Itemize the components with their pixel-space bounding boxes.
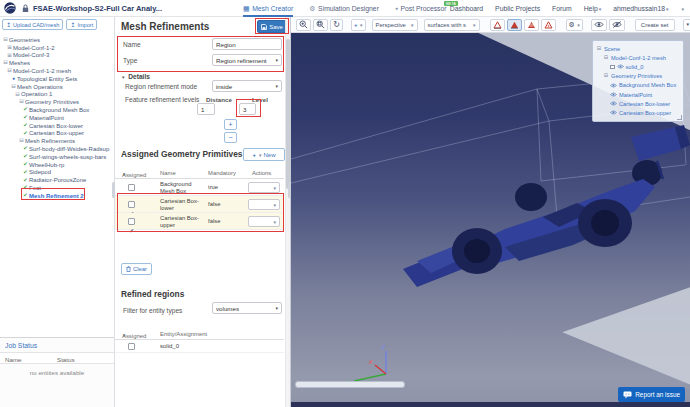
tree-item[interactable]: ⊟ ⊞ ● ✔ Cartesian Box-upper [0, 130, 114, 138]
collapse-icon[interactable]: ⊟ [596, 46, 602, 51]
tree-item[interactable]: ⊟ ⊞ ● ✔ Cartesian Box-lower [0, 122, 114, 130]
tree-item[interactable]: ⊟ ⊞ ● ✔ WheelHub-rp [0, 161, 114, 169]
mode-tab[interactable]: ▦ ⚙ ● Mesh Creator [243, 0, 293, 17]
region-mode-select[interactable]: inside▾ [212, 80, 282, 92]
collapse-icon[interactable]: ⊟ [10, 84, 17, 90]
new-primitive-button[interactable]: + ▾ New [243, 148, 285, 161]
reset-view-button[interactable]: ↻ [330, 19, 343, 31]
eye-icon[interactable] [610, 92, 617, 97]
save-button[interactable]: Save [257, 20, 287, 33]
tree-item[interactable]: ⊟ ⊞ ● ✔ Mesh Operations [0, 83, 114, 91]
user-menu[interactable]: ahmedhussain18▾ [613, 5, 668, 12]
tree-item[interactable]: ⊟ ⊞ ● ✔ Surf-body-diff-Wsides-Radsup [0, 145, 114, 153]
scene-tree-item[interactable]: ⊟ Cartesian Box-upper [595, 108, 681, 117]
expand-icon[interactable]: ⊞ [6, 53, 13, 59]
nav-forum[interactable]: Forum [552, 5, 572, 12]
scene-tree-item[interactable]: ⊟ Cartesian Box-lower [595, 99, 681, 108]
clear-button[interactable]: Clear [121, 263, 152, 275]
tree-item[interactable]: ⊟ ⊞ ● ✔ Background Mesh Box [0, 106, 114, 114]
actions-select[interactable]: ▾ [248, 182, 280, 193]
panel-resize-handle[interactable] [112, 182, 115, 198]
create-set-button[interactable]: Create set [635, 19, 675, 31]
zoom-box-button[interactable] [313, 19, 328, 31]
col-mandatory[interactable]: Mandatory [208, 170, 236, 176]
tree-item[interactable]: ⊟ ⊞ ● ✔ Geometry Primitives [0, 98, 114, 106]
select-checkbox[interactable] [610, 65, 615, 70]
collapse-icon[interactable]: ⊟ [18, 99, 25, 105]
tree-item[interactable]: ⊟ ⊞ ● ✔ MaterialPoint [0, 114, 114, 122]
import-button[interactable]: ↥ Import [66, 19, 97, 30]
overlay-resize-handle[interactable] [677, 115, 682, 120]
assigned-checkbox[interactable]: ✔ [128, 201, 135, 208]
panel-resize-handle[interactable] [288, 182, 291, 198]
tree-item[interactable]: ⊟ ⊞ ● ✔ Surf-wings-wheels-susp-bars [0, 153, 114, 161]
tree-item[interactable]: ⊟ ⊞ ● ✔ Meshes [0, 59, 114, 67]
nav-help[interactable]: Help▾ [584, 5, 602, 12]
job-status-title[interactable]: Job Status [5, 342, 37, 349]
tree-item[interactable]: ⊟ ⊞ ● ✔ Operation 1 [0, 91, 114, 99]
scene-item-label[interactable]: solid_0 [626, 64, 644, 70]
collapse-icon[interactable]: ⊟ [14, 92, 21, 98]
eye-icon[interactable] [617, 64, 624, 69]
scene-item-label[interactable]: Cartesian Box-upper [619, 110, 671, 116]
show-entities-button[interactable] [591, 19, 607, 31]
projection-select[interactable]: Perspective▾ [372, 19, 418, 31]
assigned-checkbox[interactable]: ✔ [128, 343, 135, 350]
add-level-row-button[interactable]: + [224, 119, 237, 130]
tree-item[interactable]: ⊟ ⊞ ● ✔ Model-Conf-3 [0, 52, 114, 60]
tree-item[interactable]: ⊟ ⊞ ● ✔ Geometries [0, 36, 114, 44]
type-select[interactable]: Region refinement▾ [212, 54, 282, 66]
settings-dropdown[interactable]: ⚙ ▾ [566, 19, 583, 31]
tree-item[interactable]: ⊟ ⊞ ● ✔ Model-Conf-1-2 [0, 44, 114, 52]
horizontal-scrollbar[interactable] [295, 381, 405, 388]
mode-tab[interactable]: ▦ ⚙ ● Post Processor BETA [395, 0, 447, 17]
collapse-icon[interactable]: ⊟ [18, 138, 25, 144]
scrollbar-thumb[interactable] [286, 39, 290, 189]
collapse-icon[interactable]: ⊟ [603, 55, 609, 60]
scene-tree-item[interactable]: ⊟ solid_0 [595, 62, 681, 71]
scene-tree-item[interactable]: ⊟ Background Mesh Box [595, 81, 681, 90]
collapse-icon[interactable]: ⊟ [603, 73, 609, 78]
expand-icon[interactable]: ⊞ [6, 45, 13, 51]
scene-item-label[interactable]: Background Mesh Box [619, 82, 676, 88]
eye-icon[interactable] [610, 83, 617, 88]
hide-entities-button[interactable] [609, 19, 625, 31]
simscale-logo-icon[interactable] [4, 2, 16, 14]
mesh-quality-button-3[interactable] [524, 19, 539, 31]
scene-tree-item[interactable]: ⊟ MaterialPoint [595, 90, 681, 99]
assigned-checkbox[interactable]: ✔ [128, 184, 135, 191]
details-section-header[interactable]: ▼ Details [121, 73, 150, 80]
tree-item[interactable]: ⊟ ⊞ ● ✔ Topological Entity Sets [0, 75, 114, 83]
scene-item-label[interactable]: Scene [604, 46, 620, 52]
actions-select[interactable]: ▾ [248, 199, 280, 210]
mode-tab[interactable]: ▦ ⚙ ● Simulation Designer [309, 0, 379, 17]
scene-3d[interactable]: z y x ⊟ Scene ⊟ [291, 33, 690, 407]
zoom-in-button[interactable] [296, 19, 311, 31]
tree-item[interactable]: ⊟ ⊞ ● ✔ Model-Conf-1-2 mesh [0, 67, 114, 75]
scene-item-label[interactable]: Model-Conf-1-2 mesh [611, 55, 666, 61]
scene-item-label[interactable]: Cartesian Box-lower [619, 101, 670, 107]
chevron-down-icon[interactable]: ▾ [681, 6, 684, 12]
add-view-dropdown[interactable]: + ▾ [351, 19, 366, 31]
scene-item-label[interactable]: Geometry Primitives [611, 73, 662, 79]
mesh-quality-button-4[interactable] [541, 19, 556, 31]
tree-item[interactable]: ⊟ ⊞ ● ✔ Feat [0, 184, 114, 192]
report-issue-button[interactable]: Report an issue [618, 387, 685, 402]
col-name[interactable]: Name [160, 170, 176, 176]
collapse-icon[interactable]: ⊟ [2, 37, 9, 43]
upload-cad-button[interactable]: ↥ Upload CAD/mesh [2, 19, 63, 30]
eye-icon[interactable] [610, 110, 617, 115]
scrollbar[interactable] [285, 17, 290, 407]
tree-item[interactable]: ⊟ ⊞ ● ✔ Mesh Refinement 2 [0, 192, 114, 200]
scene-tree-item[interactable]: ⊟ Model-Conf-1-2 mesh [595, 53, 681, 62]
actions-select[interactable]: ▾ [248, 216, 280, 227]
eye-icon[interactable] [610, 101, 617, 106]
scene-tree-item[interactable]: ⊟ Geometry Primitives [595, 72, 681, 81]
nav-public-projects[interactable]: Public Projects [495, 5, 540, 12]
nav-dashboard[interactable]: Dashboard [450, 5, 483, 12]
remove-level-row-button[interactable]: − [224, 132, 237, 143]
render-mode-select[interactable]: surfaces with s▾ [424, 19, 480, 31]
tree-item[interactable]: ⊟ ⊞ ● ✔ Mesh Refinements [0, 137, 114, 145]
mesh-quality-button-1[interactable] [490, 19, 505, 31]
distance-input[interactable]: 1 [197, 103, 215, 115]
